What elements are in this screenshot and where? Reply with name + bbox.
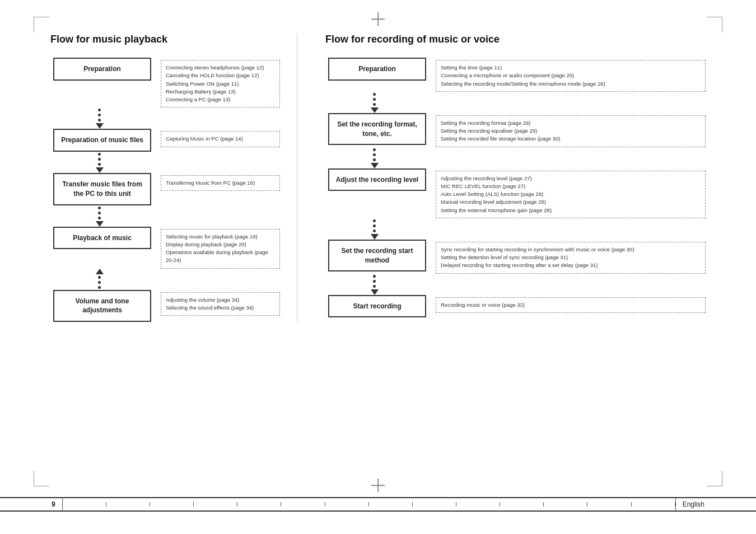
left-section-title: Flow for music playback: [50, 34, 280, 45]
dot: [373, 103, 376, 106]
notes-col-volume: Adjusting the volume (page 34) Selecting…: [154, 290, 280, 316]
corner-mark-bl: [34, 471, 49, 486]
flow-row-playback: Playback of music Selecting music for pl…: [50, 227, 280, 269]
bar-line: [587, 502, 631, 507]
flow-row-adjust-level: Adjust the recording level Adjusting the…: [325, 168, 706, 218]
bottom-bar-lines: [63, 502, 675, 507]
note-item: Connecting a microphone or audio compone…: [441, 72, 701, 79]
flow-row-start-rec: Start recording Recording music or voice…: [325, 295, 706, 318]
note-item: Transferring Music from PC (page 16): [166, 179, 275, 187]
bar-line: [544, 502, 587, 507]
connector-set-format: [325, 147, 423, 168]
connector-adjust-level: [325, 218, 423, 240]
note-item: Setting the detection level of sync reco…: [441, 254, 701, 261]
note-item: Connecting a PC (page 13): [166, 96, 275, 104]
notes-box-start-rec: Recording music or voice (page 32): [436, 297, 706, 313]
corner-mark-tr: [707, 17, 722, 32]
bar-line: [63, 502, 106, 507]
dot: [98, 286, 101, 289]
corner-mark-br: [707, 471, 722, 486]
connector-prep: [50, 107, 148, 129]
crosshair-bottom: [371, 479, 385, 492]
bar-line: [456, 502, 500, 507]
note-item: Sync recording for starting recording in…: [441, 246, 701, 254]
bar-line: [500, 502, 544, 507]
flow-box-col-set-start: Set the recording start method: [325, 240, 429, 272]
flow-box-col-start-rec: Start recording: [325, 295, 429, 318]
notes-col-start-rec: Recording music or voice (page 32): [429, 295, 706, 313]
page: Flow for music playback Preparation Conn…: [0, 0, 756, 534]
dot: [373, 93, 376, 96]
flow-box-prep-music: Preparation of music files: [53, 129, 151, 152]
flow-row-prep-music: Preparation of music files Capturing Mus…: [50, 129, 280, 152]
section-divider: [297, 34, 297, 322]
arrow-up: [96, 269, 104, 274]
dot: [98, 119, 101, 121]
notes-box-volume: Adjusting the volume (page 34) Selecting…: [161, 292, 280, 316]
bar-line: [325, 502, 369, 507]
flow-row-rec-prep: Preparation Setting the time (page 11) C…: [325, 58, 706, 92]
flow-box-playback: Playback of music: [53, 227, 151, 250]
bar-line: [632, 502, 675, 507]
flow-row-set-format: Set the recording format,tone, etc. Sett…: [325, 113, 706, 147]
connector-rec-prep: [325, 92, 423, 113]
note-item: Setting the recording equaliser (page 29…: [441, 127, 701, 135]
note-item: Recharging Battery (page 13): [166, 88, 275, 96]
connector-set-start: [325, 274, 423, 295]
flow-box-rec-prep: Preparation: [328, 58, 426, 81]
bar-line: [413, 502, 456, 507]
dot: [98, 163, 101, 166]
note-item: Adjusting the volume (page 34): [166, 296, 275, 304]
dot: [373, 153, 376, 156]
dot: [98, 281, 101, 284]
notes-col-rec-prep: Setting the time (page 11) Connecting a …: [429, 58, 706, 92]
bar-line: [237, 502, 281, 507]
dot: [373, 224, 376, 227]
flow-box-prep: Preparation: [53, 58, 151, 81]
notes-box-set-format: Setting the recording format (page 29) S…: [436, 115, 706, 147]
arrow-down: [371, 289, 379, 295]
dot: [373, 280, 376, 283]
connector-playback-up: [50, 269, 148, 290]
note-item: Setting the time (page 11): [441, 64, 701, 72]
arrow-down: [371, 234, 379, 240]
bottom-bar-inner: 9 English: [45, 498, 711, 510]
notes-box-adjust-level: Adjusting the recording level (page 27) …: [436, 171, 706, 218]
dot: [373, 275, 376, 278]
bar-line: [281, 502, 325, 507]
flow-box-col-prep: Preparation: [50, 58, 154, 81]
flow-box-start-rec: Start recording: [328, 295, 426, 318]
note-item: Setting the external microphone gain (pa…: [441, 207, 701, 214]
notes-col-set-start: Sync recording for starting recording in…: [429, 240, 706, 274]
note-item: Manual recording level adjustment (page …: [441, 198, 701, 206]
note-item: Setting the recorded file storage locati…: [441, 135, 701, 143]
notes-box-rec-prep: Setting the time (page 11) Connecting a …: [436, 60, 706, 92]
note-item: Display during playback (page 20): [166, 241, 275, 249]
bar-line: [106, 502, 150, 507]
bar-line: [194, 502, 237, 507]
flow-box-adjust-level: Adjust the recording level: [328, 168, 426, 191]
flow-row-set-start: Set the recording start method Sync reco…: [325, 240, 706, 274]
note-item: Adjusting the recording level (page 27): [441, 175, 701, 182]
note-item: Auto Level Setting (ALS) function (page …: [441, 190, 701, 198]
arrow-down: [96, 167, 104, 173]
arrow-down: [96, 123, 104, 129]
dot: [373, 285, 376, 288]
flow-box-col-transfer: Transfer music files fromthe PC to this …: [50, 173, 154, 205]
dot: [98, 114, 101, 116]
dot: [98, 212, 101, 214]
flow-box-col-adjust-level: Adjust the recording level: [325, 168, 429, 191]
flow-box-set-start: Set the recording start method: [328, 240, 426, 272]
dot: [373, 229, 376, 232]
dot: [98, 109, 101, 111]
notes-col-adjust-level: Adjusting the recording level (page 27) …: [429, 168, 706, 218]
notes-box-playback: Selecting music for playback (page 19) D…: [161, 229, 280, 269]
dot: [373, 98, 376, 101]
notes-box-set-start: Sync recording for starting recording in…: [436, 242, 706, 274]
notes-box-transfer: Transferring Music from PC (page 16): [161, 175, 280, 191]
right-section-title: Flow for recording of music or voice: [325, 34, 706, 45]
dot: [373, 148, 376, 151]
notes-col-playback: Selecting music for playback (page 19) D…: [154, 227, 280, 269]
flow-box-volume: Volume and tone adjustments: [53, 290, 151, 322]
dot: [98, 276, 101, 279]
